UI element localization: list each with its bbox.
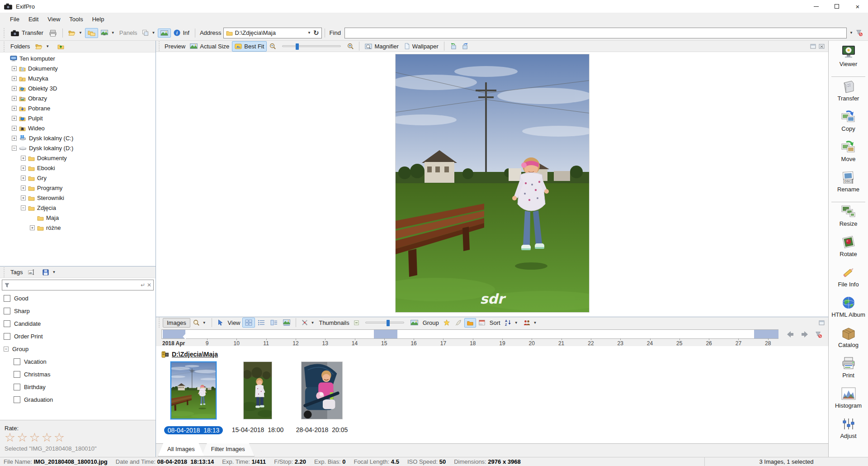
maximize-button[interactable] — [826, 0, 847, 13]
plus-expander-icon[interactable]: + — [21, 176, 26, 181]
tab-all-images[interactable]: All Images — [158, 443, 204, 456]
rating-star-icon[interactable]: ☆ — [42, 431, 54, 444]
sidebar-item-html-album[interactable]: HTML Album — [829, 296, 868, 326]
plus-expander-icon[interactable]: + — [12, 116, 17, 121]
search-button[interactable]: ▼ — [190, 318, 209, 328]
folder-tree-item[interactable]: +Ebooki — [0, 163, 156, 173]
info-button[interactable]: i Inf — [171, 28, 192, 38]
pane-options-icon[interactable] — [819, 320, 825, 325]
folder-tree-item[interactable]: +Sterowniki — [0, 193, 156, 203]
minus-expander-icon[interactable]: − — [21, 205, 26, 210]
sidebar-item-catalog[interactable]: Catalog — [829, 326, 868, 357]
magnifier-button[interactable]: Magnifier — [362, 41, 401, 52]
plus-expander-icon[interactable]: + — [21, 185, 26, 190]
menu-item-view[interactable]: View — [43, 14, 65, 24]
print-button[interactable] — [46, 28, 60, 38]
folder-link[interactable]: D:\Zdjęcia\Maja — [172, 351, 218, 358]
folder-tree-item[interactable]: +Obrazy — [0, 93, 156, 103]
preview-pane-toggle[interactable] — [158, 29, 171, 38]
view-thumbnails-button[interactable] — [242, 318, 255, 328]
view-preview-button[interactable] — [280, 318, 293, 328]
folder-tree-item[interactable]: +Dokumenty — [0, 63, 156, 73]
group-tag-button[interactable] — [453, 318, 464, 328]
select-mode-button[interactable] — [215, 318, 226, 328]
sidebar-item-move[interactable]: Move — [829, 140, 868, 171]
thumb-size-slider[interactable] — [365, 322, 404, 323]
tag-checkbox[interactable] — [14, 396, 20, 403]
folder-pane-toggle[interactable] — [85, 28, 98, 38]
tools-button[interactable]: ▼ — [299, 318, 317, 328]
tag-filter-input[interactable] — [12, 281, 139, 289]
menu-item-edit[interactable]: Edit — [24, 14, 43, 24]
group-date-button[interactable] — [476, 318, 488, 328]
folder-tree-item[interactable]: +Obiekty 3D — [0, 83, 156, 93]
minus-expander-icon[interactable]: − — [4, 347, 9, 352]
plus-expander-icon[interactable]: + — [21, 195, 26, 200]
sidebar-item-rotate[interactable]: Rotate — [829, 235, 868, 266]
edit-tags-button[interactable]: ab — [25, 267, 37, 277]
tag-checkbox[interactable] — [14, 371, 20, 378]
find-dropdown-icon[interactable]: ▼ — [849, 31, 853, 35]
tag-checkbox[interactable] — [4, 295, 10, 302]
close-pane-icon[interactable] — [819, 44, 825, 49]
folder-tree-item[interactable]: +Wideo — [0, 123, 156, 133]
clear-filter-icon[interactable]: ✕ — [147, 282, 151, 288]
mask-view-button[interactable]: **▼ — [98, 28, 118, 38]
plus-expander-icon[interactable]: + — [12, 86, 17, 91]
next-range-icon[interactable] — [801, 331, 809, 338]
sidebar-item-print[interactable]: Print — [829, 357, 868, 387]
plus-expander-icon[interactable]: + — [12, 126, 17, 131]
image-thumbnail[interactable] — [243, 361, 272, 424]
folder-tree-item[interactable]: +Dokumenty — [0, 153, 156, 163]
folder-tree-item[interactable]: +Dysk lokalny (C:) — [0, 133, 156, 143]
image-thumbnail[interactable] — [170, 361, 217, 424]
open-folder-button[interactable]: ▼ — [66, 28, 85, 38]
group-folder-button[interactable] — [464, 318, 476, 328]
plus-expander-icon[interactable]: + — [12, 96, 17, 101]
sidebar-item-transfer[interactable]: Transfer — [829, 80, 868, 110]
sidebar-item-viewer[interactable]: Viewer — [829, 45, 868, 76]
rating-star-icon[interactable]: ☆ — [17, 431, 29, 444]
tag-row[interactable]: Graduation — [0, 393, 156, 406]
folder-tree-item[interactable]: −Dysk lokalny (D:) — [0, 143, 156, 153]
rotate-left-button[interactable] — [447, 41, 459, 52]
sidebar-item-copy[interactable]: Copy — [829, 110, 868, 140]
rotate-right-button[interactable] — [459, 41, 472, 52]
folder-tree-item[interactable]: +różne — [0, 223, 156, 233]
tag-row[interactable]: Birthday — [0, 380, 156, 393]
tab-filter-images[interactable]: Filter Images — [202, 443, 255, 456]
timeline-bar[interactable] — [161, 329, 778, 339]
tag-checkbox[interactable] — [14, 358, 20, 365]
transfer-button[interactable]: Transfer — [8, 28, 46, 38]
apply-filter-icon[interactable]: ↵ — [141, 282, 145, 288]
tag-row[interactable]: Christmas — [0, 368, 156, 380]
zoom-in-button[interactable] — [344, 41, 356, 51]
minimize-button[interactable] — [806, 0, 826, 13]
tag-row[interactable]: Order Print — [0, 330, 156, 342]
view-details-button[interactable] — [268, 318, 280, 328]
plus-expander-icon[interactable]: + — [21, 166, 26, 171]
folder-tree-item[interactable]: +♪Muzyka — [0, 73, 156, 83]
find-filter-button[interactable] — [853, 28, 865, 38]
tag-checkbox[interactable] — [4, 320, 10, 327]
folder-up-button[interactable] — [55, 42, 67, 51]
zoom-slider[interactable] — [282, 45, 341, 47]
plus-expander-icon[interactable]: + — [30, 225, 35, 230]
tag-row[interactable]: Candidate — [0, 317, 156, 330]
menu-item-help[interactable]: Help — [88, 14, 109, 24]
sidebar-item-rename[interactable]: DSCRename — [829, 171, 868, 201]
tag-row[interactable]: Vacation — [0, 355, 156, 368]
plus-expander-icon[interactable]: + — [12, 136, 17, 141]
tag-row[interactable]: Good — [0, 292, 156, 304]
folder-tree-item[interactable]: +Pulpit — [0, 113, 156, 123]
close-button[interactable]: × — [847, 0, 868, 13]
plus-expander-icon[interactable]: + — [21, 156, 26, 161]
browse-folder-button[interactable]: ▼ — [33, 42, 52, 51]
tag-row[interactable]: Sharp — [0, 304, 156, 317]
sort-order-button[interactable]: AZ▼ — [502, 318, 521, 328]
plus-expander-icon[interactable]: + — [12, 76, 17, 81]
save-tags-button[interactable]: ▼ — [40, 267, 58, 277]
best-fit-button[interactable]: Best Fit — [232, 41, 267, 52]
rating-star-icon[interactable]: ☆ — [29, 431, 41, 444]
tag-row[interactable]: −Group — [0, 342, 156, 355]
